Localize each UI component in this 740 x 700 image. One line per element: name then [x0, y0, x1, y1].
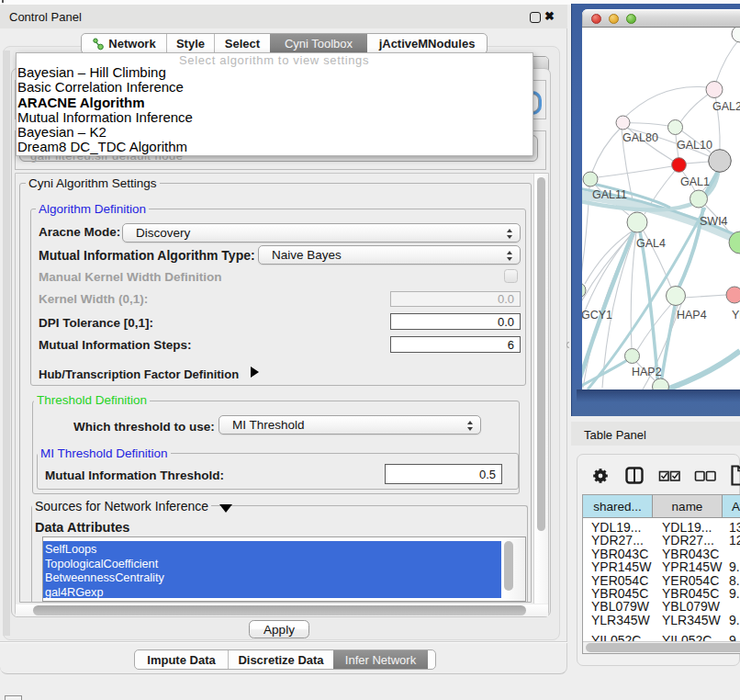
svg-text:GCY1: GCY1	[582, 309, 612, 322]
svg-text:YEL: YEL	[732, 309, 740, 322]
svg-text:HAP4: HAP4	[677, 309, 707, 322]
svg-text:GAL4: GAL4	[636, 237, 666, 250]
svg-text:GAL10: GAL10	[677, 139, 712, 152]
svg-text:GAL11: GAL11	[592, 188, 627, 201]
svg-text:GAL2: GAL2	[712, 100, 740, 113]
svg-text:HAP2: HAP2	[632, 366, 662, 378]
svg-text:SWI4: SWI4	[700, 215, 728, 228]
svg-text:GAL80: GAL80	[622, 131, 658, 144]
svg-text:GAL1: GAL1	[680, 175, 710, 188]
